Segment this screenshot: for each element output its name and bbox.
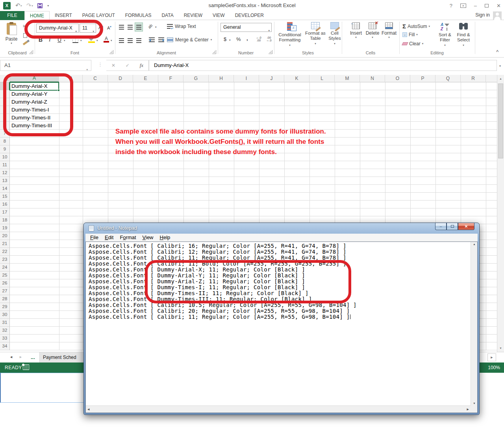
sheet-nav-right-icon[interactable]: ►: [19, 355, 22, 359]
scrollbar-thumb[interactable]: [498, 84, 503, 158]
column-header-q[interactable]: Q: [435, 75, 461, 82]
tab-developer[interactable]: DEVELOPER: [230, 11, 269, 20]
column-header-o[interactable]: O: [385, 75, 410, 82]
close-icon[interactable]: ✕: [497, 3, 501, 9]
column-header-d[interactable]: D: [108, 75, 133, 82]
font-dialog-launcher-icon[interactable]: [109, 50, 113, 54]
column-header-c[interactable]: C: [83, 75, 108, 82]
align-left-button[interactable]: [117, 36, 126, 45]
chevron-down-icon[interactable]: ▾: [155, 26, 157, 29]
cancel-icon[interactable]: ✕: [111, 63, 115, 68]
ribbon-display-icon[interactable]: ▴: [460, 4, 466, 8]
chevron-down-icon[interactable]: ▾: [111, 39, 112, 42]
align-top-button[interactable]: [117, 22, 126, 32]
column-header-j[interactable]: J: [259, 75, 284, 82]
notepad-titlebar[interactable]: Untitled - Notepad – ✕: [84, 223, 479, 234]
restore-icon[interactable]: [485, 4, 489, 7]
format-button[interactable]: Format ▾: [381, 22, 397, 39]
undo-icon[interactable]: ↶▾: [15, 2, 22, 9]
column-header-n[interactable]: N: [360, 75, 385, 82]
chevron-down-icon[interactable]: ▾: [96, 39, 98, 42]
number-format-dropdown[interactable]: General ▾: [220, 23, 272, 32]
scroll-down-icon[interactable]: ▼: [471, 402, 478, 405]
name-box[interactable]: A1 ▾: [0, 60, 91, 71]
fill-button[interactable]: ↓ Fill ▾: [402, 32, 418, 37]
scroll-left-icon[interactable]: ◀: [87, 408, 89, 411]
decrease-indent-icon[interactable]: [149, 37, 155, 42]
sheet-nav-left-icon[interactable]: ◄: [9, 355, 13, 359]
font-color-icon[interactable]: A: [103, 36, 109, 43]
avatar-icon[interactable]: [493, 11, 502, 20]
save-icon[interactable]: [37, 3, 43, 8]
vertical-scrollbar[interactable]: ▲ ▼: [497, 75, 504, 352]
tab-file[interactable]: FILE: [0, 11, 24, 20]
alignment-dialog-launcher-icon[interactable]: [212, 50, 216, 54]
formula-input[interactable]: Dummy-Arial-X: [149, 60, 497, 71]
number-dialog-launcher-icon[interactable]: [269, 50, 272, 54]
column-header-m[interactable]: M: [335, 75, 360, 82]
column-header-r[interactable]: R: [461, 75, 486, 82]
scroll-up-icon[interactable]: ▲: [497, 75, 504, 82]
chevron-down-icon[interactable]: ▾: [64, 39, 65, 42]
sort-filter-button[interactable]: AZ Sort & Filter ▾: [435, 22, 454, 48]
shrink-font-icon[interactable]: A▾: [107, 25, 111, 30]
percent-button[interactable]: %: [236, 36, 241, 42]
autosum-button[interactable]: Σ AutoSum ▾: [402, 23, 430, 30]
increase-decimal-icon[interactable]: ←.0 .00: [256, 36, 261, 42]
sheet-tab[interactable]: Payment Sched: [40, 352, 84, 363]
scroll-right-icon[interactable]: ▶: [467, 408, 469, 411]
menu-file[interactable]: File: [87, 234, 102, 240]
tab-home[interactable]: HOME: [24, 11, 50, 20]
qat-customize-icon[interactable]: ▾: [47, 4, 49, 7]
clear-button[interactable]: Clear ▾: [402, 41, 423, 46]
zoom-level[interactable]: 100%: [488, 365, 500, 370]
tab-insert[interactable]: INSERT: [50, 11, 77, 20]
notepad-minimize-icon[interactable]: –: [435, 223, 447, 230]
merge-center-button[interactable]: Merge & Center ▾: [167, 37, 212, 43]
collapse-ribbon-icon[interactable]: ^: [496, 49, 498, 54]
clipboard-dialog-launcher-icon[interactable]: [29, 50, 33, 54]
sheet-ellipsis[interactable]: ...: [31, 354, 35, 360]
column-header-p[interactable]: P: [410, 75, 435, 82]
sign-in-link[interactable]: Sign in: [475, 12, 490, 18]
horizontal-scroll-right-icon[interactable]: ►: [487, 353, 496, 361]
align-center-button[interactable]: [126, 36, 134, 45]
align-bottom-button[interactable]: [135, 22, 143, 32]
notepad-close-icon[interactable]: ✕: [458, 223, 474, 230]
column-header-h[interactable]: H: [209, 75, 234, 82]
decrease-decimal-icon[interactable]: .00 →.0: [266, 36, 272, 42]
tab-view[interactable]: VIEW: [208, 11, 230, 20]
notepad-horizontal-scrollbar[interactable]: ◀ ▶: [86, 405, 471, 413]
find-select-button[interactable]: Find & Select ▾: [454, 22, 473, 48]
enter-icon[interactable]: ✓: [126, 63, 130, 68]
scroll-down-icon[interactable]: ▼: [497, 344, 504, 352]
chevron-down-icon[interactable]: ▾: [80, 39, 82, 42]
menu-help[interactable]: Help: [157, 234, 174, 240]
notepad-maximize-icon[interactable]: [447, 223, 458, 230]
currency-button[interactable]: $: [224, 36, 226, 42]
column-header-g[interactable]: G: [183, 75, 209, 82]
tab-review[interactable]: REVIEW: [179, 11, 208, 20]
tab-formulas[interactable]: FORMULAS: [120, 11, 157, 20]
tab-data[interactable]: DATA: [156, 11, 178, 20]
format-as-table-button[interactable]: Format as Table ▾: [304, 22, 327, 46]
increase-indent-icon[interactable]: [158, 37, 164, 42]
menu-format[interactable]: Format: [117, 234, 139, 240]
column-header-e[interactable]: E: [133, 75, 158, 82]
insert-button[interactable]: ← Insert ▾: [348, 22, 364, 39]
column-header-k[interactable]: K: [284, 75, 309, 82]
notepad-vertical-scrollbar[interactable]: ▲ ▼: [471, 242, 477, 405]
formula-bar-grip[interactable]: ⋮: [98, 61, 103, 67]
format-painter-icon[interactable]: [23, 41, 28, 45]
delete-button[interactable]: ✕ Delete ▾: [365, 22, 380, 39]
wrap-text-button[interactable]: Wrap Text: [167, 24, 196, 29]
redo-icon[interactable]: ↷▾: [26, 2, 33, 9]
conditional-formatting-button[interactable]: Conditional Formatting ▾: [276, 22, 303, 48]
scroll-up-icon[interactable]: ▲: [471, 243, 478, 245]
align-right-button[interactable]: [135, 36, 143, 45]
align-middle-button[interactable]: [126, 22, 134, 32]
tab-page-layout[interactable]: PAGE LAYOUT: [77, 11, 120, 20]
macro-record-icon[interactable]: [23, 364, 29, 370]
paste-button[interactable]: Paste ▾: [2, 22, 20, 50]
help-icon[interactable]: ?: [450, 3, 452, 9]
